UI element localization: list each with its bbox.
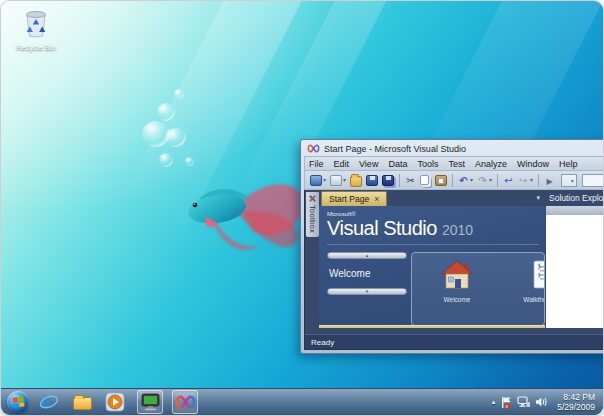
nav-scroll-up-button[interactable]: ▴ (327, 252, 407, 259)
tab-close-icon[interactable]: × (374, 194, 379, 204)
open-file-icon (350, 176, 362, 187)
logo-divider (327, 244, 539, 245)
nav-scroll-down-button[interactable]: ▾ (327, 288, 407, 295)
recycle-bin[interactable]: Recycle Bin (10, 8, 62, 52)
menu-view[interactable]: View (359, 159, 378, 169)
taskbar-item-windows-explorer[interactable] (69, 390, 95, 414)
taskbar-item-visual-studio[interactable] (172, 390, 198, 414)
menu-test[interactable]: Test (448, 159, 465, 169)
product-year: 2010 (442, 222, 473, 238)
window-titlebar[interactable]: Start Page - Microsoft Visual Studio (304, 141, 604, 156)
tab-list-dropdown-icon[interactable]: ▾ (536, 194, 540, 202)
save-all-button[interactable] (381, 174, 395, 187)
clock-date: 5/29/2009 (557, 402, 595, 412)
menu-file[interactable]: File (309, 159, 324, 169)
menu-analyze[interactable]: Analyze (475, 159, 507, 169)
navigate-backward-icon (503, 175, 514, 186)
volume-icon[interactable] (535, 396, 548, 408)
menu-help[interactable]: Help (559, 159, 578, 169)
taskbar-item-media-player[interactable] (102, 390, 128, 414)
tab-start-page[interactable]: Start Page × (321, 191, 387, 206)
windows-flag-icon (12, 396, 24, 407)
show-hidden-icons-button[interactable]: ▴ (492, 398, 496, 406)
down-arrow-icon: ▾ (366, 289, 369, 294)
document-well: Start Page × ▾ Microsoft® Visual Studio … (319, 190, 545, 328)
shortcut-walkthroughs[interactable]: Walkthroughs (514, 260, 545, 325)
menu-data[interactable]: Data (388, 159, 407, 169)
dropdown-caret-icon: ▾ (343, 175, 346, 186)
network-icon[interactable] (517, 396, 530, 408)
window-title: Start Page - Microsoft Visual Studio (324, 144, 466, 154)
system-tray: ▴ x 8:42 PM 5/29/2009 (492, 392, 599, 412)
redo-button[interactable]: ▾ (476, 174, 493, 187)
navigate-forward-button[interactable]: ▾ (517, 174, 534, 187)
copy-icon (420, 175, 429, 185)
new-project-icon (310, 175, 322, 186)
copy-button[interactable] (419, 174, 432, 186)
find-combo[interactable] (582, 174, 604, 187)
document-tabstrip: Start Page × ▾ (319, 190, 545, 206)
bubble (157, 103, 175, 121)
start-button[interactable] (7, 391, 29, 413)
dropdown-caret-icon: ▾ (470, 175, 473, 186)
menu-tools[interactable]: Tools (417, 159, 438, 169)
taskbar-clock[interactable]: 8:42 PM 5/29/2009 (557, 392, 595, 412)
solution-explorer-toolbar (546, 206, 604, 215)
paste-icon (435, 175, 447, 186)
dropdown-caret-icon: ▾ (323, 175, 326, 186)
welcome-section-label: Welcome (329, 268, 407, 279)
status-text: Ready (305, 338, 334, 347)
ide-main-area: Toolbox Start Page × ▾ Microsoft® (305, 190, 604, 334)
taskbar: e (1, 388, 603, 415)
visual-studio-2010-icon (175, 395, 196, 409)
solution-configurations-combo[interactable]: ▾ (561, 174, 577, 187)
menu-bar: File Edit View Data Tools Test Analyze W… (304, 156, 604, 170)
shortcut-label: Welcome (428, 296, 486, 303)
open-file-button[interactable] (349, 173, 363, 188)
toolbar-separator (399, 174, 400, 187)
start-debugging-button[interactable] (543, 174, 556, 187)
recycle-bin-label: Recycle Bin (10, 43, 62, 52)
new-project-button[interactable]: ▾ (309, 174, 327, 187)
save-all-icon (382, 175, 394, 186)
solution-explorer-panel: Solution Explorer (545, 190, 604, 328)
media-player-icon (105, 392, 125, 412)
product-name: Visual Studio (327, 217, 437, 240)
welcome-section: ▴ Welcome ▾ (327, 252, 545, 325)
toolbox-tab-label: Toolbox (308, 205, 317, 233)
toolbar-separator (497, 174, 498, 187)
taskbar-item-internet-explorer[interactable]: e (36, 390, 62, 414)
solution-explorer-title[interactable]: Solution Explorer (545, 190, 604, 206)
bubble (185, 157, 194, 166)
recycle-bin-icon (23, 8, 49, 38)
combo-dropdown-icon: ▾ (571, 177, 574, 184)
taskbar-item-computer-window[interactable] (137, 390, 163, 414)
visual-studio-logo-icon (307, 144, 320, 153)
toolbox-tab[interactable]: Toolbox (306, 192, 319, 237)
solution-explorer-content[interactable] (546, 215, 604, 328)
add-item-button[interactable]: ▾ (329, 174, 347, 187)
save-icon (366, 175, 378, 186)
undo-icon (458, 175, 469, 186)
cut-icon (405, 175, 416, 186)
cut-button[interactable] (404, 174, 417, 187)
toolbox-icon (308, 194, 317, 203)
save-button[interactable] (365, 174, 379, 187)
shortcut-welcome[interactable]: Welcome (428, 260, 486, 325)
internet-explorer-icon: e (39, 392, 59, 412)
navigate-backward-button[interactable] (502, 174, 515, 187)
welcome-shortcuts-panel: Welcome (411, 252, 545, 325)
dropdown-caret-icon: ▾ (530, 175, 533, 186)
toolbar-separator (452, 174, 453, 187)
action-center-flag-icon[interactable]: x (500, 396, 512, 409)
redo-icon (477, 175, 488, 186)
visual-studio-window: Start Page - Microsoft Visual Studio Fil… (300, 139, 604, 354)
bubble (159, 153, 173, 167)
undo-button[interactable]: ▾ (457, 174, 474, 187)
paste-button[interactable] (434, 174, 448, 187)
standard-toolbar: ▾▾▾▾▾ ▾ (304, 170, 604, 190)
start-page-document: Microsoft® Visual Studio 2010 ▴ Welc (319, 206, 545, 325)
menu-window[interactable]: Window (517, 159, 549, 169)
menu-edit[interactable]: Edit (334, 159, 350, 169)
dropdown-caret-icon: ▾ (489, 175, 492, 186)
